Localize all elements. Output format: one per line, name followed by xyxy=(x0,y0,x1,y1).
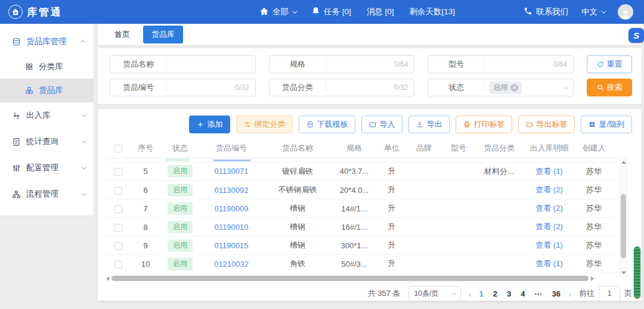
sidebar-item-goods-management[interactable]: 货品库管理 xyxy=(0,29,94,55)
vertical-scrollbar-thumb[interactable] xyxy=(621,194,626,258)
search-button[interactable]: 搜索 xyxy=(587,79,632,96)
col-brand: 品牌 xyxy=(407,139,441,158)
goods-category-input[interactable]: 0/32 xyxy=(326,83,414,92)
scroll-down-arrow-icon[interactable] xyxy=(621,271,626,274)
document-icon xyxy=(306,121,314,128)
messages-menu[interactable]: 消息 [0] xyxy=(367,7,394,17)
goods-code-input[interactable]: 0/32 xyxy=(167,83,255,92)
download-template-button[interactable]: 下载模板 xyxy=(299,116,355,133)
tab-bar: 首页 货品库 S xyxy=(98,24,642,45)
sidebar-item-process-management[interactable]: 流程管理 xyxy=(0,181,94,207)
scope-selector[interactable]: 全部 xyxy=(259,7,296,18)
table-row: 6 启用 01130092 不锈钢扁铁 20*4.0... 升 查看 (2) xyxy=(106,181,618,199)
goods-name-field[interactable]: 货品名称 xyxy=(110,55,256,73)
row-checkbox[interactable] xyxy=(114,224,122,232)
goods-code-field[interactable]: 货品编号 0/32 xyxy=(110,79,256,96)
sidebar-item-statistics-query[interactable]: 统计查询 xyxy=(0,129,94,155)
next-page-button[interactable]: › xyxy=(568,289,571,299)
remove-tag-icon[interactable]: × xyxy=(510,84,518,92)
flow-icon xyxy=(12,190,21,199)
model-field[interactable]: 型号 0/64 xyxy=(428,55,574,73)
export-button[interactable]: 导出 xyxy=(408,116,450,133)
page-ellipsis[interactable]: ··· xyxy=(535,289,543,298)
chevron-down-icon xyxy=(82,138,86,143)
browser-plugin-icon[interactable]: S xyxy=(628,28,644,43)
status-badge: 启用 xyxy=(168,202,193,215)
horizontal-scrollbar[interactable] xyxy=(106,274,627,282)
page-4[interactable]: 4 xyxy=(521,289,525,298)
scroll-right-arrow-icon[interactable] xyxy=(591,276,594,281)
show-hide-columns-button[interactable]: 显/隐列 xyxy=(581,116,632,133)
top-bar: 库管通 全部 任务 [0] 消息 [0] 剩余天数[13] xyxy=(0,0,644,24)
goods-code-link[interactable]: 01190015 xyxy=(215,241,249,250)
goods-code-link[interactable]: 01190009 xyxy=(215,204,249,213)
view-detail-link[interactable]: 查看 (1) xyxy=(535,259,563,268)
spec-input[interactable]: 0/64 xyxy=(326,60,414,68)
days-remaining[interactable]: 剩余天数[13] xyxy=(410,7,456,17)
sidebar-item-label: 流程管理 xyxy=(26,189,58,199)
page-size-value: 10条/页 xyxy=(414,289,439,299)
row-checkbox[interactable] xyxy=(114,187,122,195)
search-label: 搜索 xyxy=(607,82,623,93)
filter-sliders-icon xyxy=(244,121,251,128)
vertical-scrollbar[interactable] xyxy=(620,158,627,277)
bind-category-button[interactable]: 绑定分类 xyxy=(236,116,293,133)
page-2[interactable]: 2 xyxy=(493,289,497,298)
view-detail-link[interactable]: 查看 (1) xyxy=(535,241,563,249)
language-selector[interactable]: 中文 xyxy=(581,7,605,17)
import-button[interactable]: 导入 xyxy=(361,116,402,133)
contact-us[interactable]: 联系我们 xyxy=(524,7,568,17)
goods-code-link[interactable]: 01130071 xyxy=(215,167,249,176)
tab-goods-library[interactable]: 货品库 xyxy=(143,26,183,43)
status-select[interactable]: 启用 × xyxy=(485,82,573,94)
add-button[interactable]: 添加 xyxy=(189,116,230,133)
print-labels-button[interactable]: 打印标签 xyxy=(456,116,512,133)
page-1[interactable]: 1 xyxy=(479,289,484,298)
view-detail-link[interactable]: 查看 (1) xyxy=(535,167,563,176)
goto-unit-label: 页 xyxy=(624,288,632,299)
language-label: 中文 xyxy=(581,7,597,17)
sidebar-item-in-out-warehouse[interactable]: 出入库 xyxy=(0,102,94,129)
goods-code-link[interactable]: 01190010 xyxy=(215,223,249,232)
view-detail-link[interactable]: 查看 (2) xyxy=(535,222,563,231)
page-36[interactable]: 36 xyxy=(552,289,561,298)
view-detail-link[interactable]: 查看 (2) xyxy=(535,185,563,194)
export-labels-button[interactable]: 导出标签 xyxy=(518,116,575,133)
reset-button[interactable]: 重置 xyxy=(587,55,632,73)
sidebar-item-configuration[interactable]: 配置管理 xyxy=(0,155,94,181)
scroll-left-arrow-icon[interactable] xyxy=(106,276,109,281)
sidebar-menu: 货品库管理 分类库 货品库 出入库 xyxy=(0,24,94,216)
goods-code-link[interactable]: 01210032 xyxy=(214,260,249,269)
reset-label: 重置 xyxy=(607,59,623,70)
goods-code-link[interactable]: 01130092 xyxy=(215,186,249,195)
status-field[interactable]: 状态 启用 × xyxy=(428,79,574,96)
spec-field[interactable]: 规格 0/64 xyxy=(269,55,415,73)
row-checkbox[interactable] xyxy=(114,168,122,176)
sidebar-item-category-library[interactable]: 分类库 xyxy=(0,55,94,79)
col-status: 状态 xyxy=(161,139,199,158)
select-all-checkbox[interactable] xyxy=(114,145,122,152)
goods-category-field[interactable]: 货品分类 0/32 xyxy=(269,79,415,96)
prev-page-button[interactable]: ‹ xyxy=(469,289,472,299)
status-tag-label: 启用 xyxy=(493,83,507,93)
goto-page-input[interactable] xyxy=(599,286,620,301)
col-actions-clipped xyxy=(612,139,618,158)
sidebar-item-goods-library[interactable]: 货品库 xyxy=(0,79,94,102)
model-input[interactable]: 0/64 xyxy=(485,60,573,68)
row-checkbox[interactable] xyxy=(114,261,122,269)
row-checkbox[interactable] xyxy=(114,242,122,250)
toolbar: 添加 绑定分类 下载模板 导入 导出 xyxy=(106,115,633,139)
scroll-up-arrow-icon[interactable] xyxy=(621,161,626,164)
page-scrollbar-thumb[interactable] xyxy=(634,246,640,298)
tasks-menu[interactable]: 任务 [0] xyxy=(311,7,351,17)
page-size-select[interactable]: 10条/页 xyxy=(408,286,461,301)
page-3[interactable]: 3 xyxy=(507,289,511,298)
horizontal-scrollbar-thumb[interactable] xyxy=(112,276,589,281)
user-avatar[interactable] xyxy=(618,4,633,20)
chevron-down-icon xyxy=(601,8,606,13)
chevron-down-icon xyxy=(564,84,568,89)
tab-home[interactable]: 首页 xyxy=(106,26,138,43)
row-checkbox[interactable] xyxy=(114,205,122,213)
view-detail-link[interactable]: 查看 (2) xyxy=(535,204,563,213)
page-numbers: 1 2 3 4 ··· 36 xyxy=(479,289,561,298)
